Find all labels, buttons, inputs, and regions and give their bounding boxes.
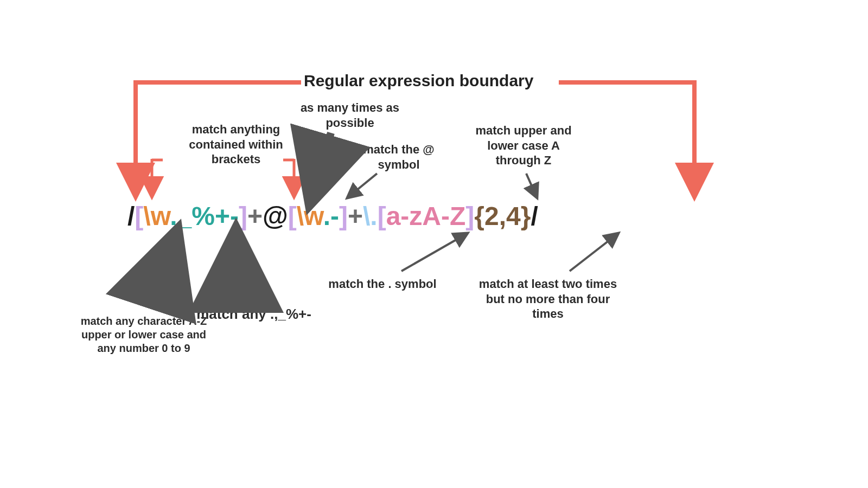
annotation-brackets: match anything contained within brackets: [165, 122, 307, 167]
arrow-at: [347, 174, 377, 198]
arrow-quant: [570, 233, 618, 271]
regex-plus-1: +: [247, 202, 263, 230]
arrow-plus: [312, 133, 331, 195]
regex-bracket-close-3: ]: [465, 202, 474, 230]
regex-escaped-dot: \.: [363, 202, 378, 230]
diagram-stage: Regular expression boundary /[\w._%+-]+@…: [0, 0, 868, 488]
regex-at: @: [263, 202, 288, 230]
regex-bracket-open-1: [: [135, 202, 143, 230]
regex-expression: /[\w._%+-]+@[\w.-]+\.[a-zA-Z]{2,4}/: [127, 201, 538, 231]
diagram-title: Regular expression boundary: [304, 72, 533, 90]
regex-plus-2: +: [348, 202, 363, 230]
regex-bracket-close-1: ]: [239, 202, 247, 230]
regex-quantifier: {2,4}: [474, 202, 531, 230]
regex-slash-open: /: [127, 202, 135, 230]
arrow-word: [152, 241, 174, 306]
annotation-plus: as many times as possible: [288, 100, 412, 130]
regex-charset-2-rest: .-: [323, 202, 339, 230]
regex-bracket-open-2: [: [288, 202, 297, 230]
arrow-az: [526, 174, 537, 198]
annotation-dot: match the . symbol: [317, 277, 448, 292]
regex-charset-1-rest: ._%+-: [170, 202, 239, 230]
regex-bracket-close-2: ]: [339, 202, 348, 230]
annotation-punct: match any .,_%+-: [183, 305, 324, 323]
annotation-quant: match at least two times but no more tha…: [472, 277, 624, 322]
regex-backslash-w-1: \w: [143, 202, 170, 230]
annotation-at: match the @ symbol: [353, 142, 445, 172]
regex-backslash-w-2: \w: [297, 202, 323, 230]
annotation-az: match upper and lower case A through Z: [464, 123, 583, 168]
regex-slash-close: /: [531, 202, 538, 230]
regex-char-class-az: a-zA-Z: [386, 202, 466, 230]
regex-bracket-open-3: [: [378, 202, 386, 230]
arrow-dot: [401, 233, 468, 271]
